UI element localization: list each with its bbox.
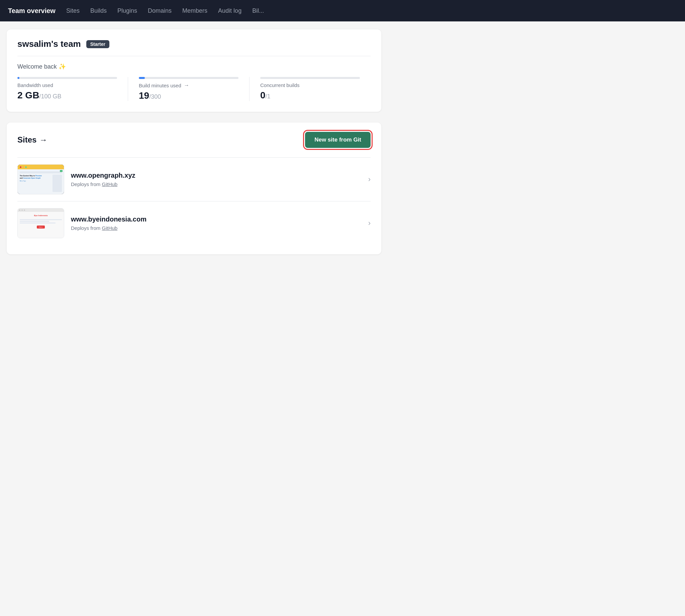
build-minutes-label: Build minutes used → <box>139 82 238 88</box>
build-minutes-arrow: → <box>184 82 189 88</box>
new-site-from-git-button[interactable]: New site from Git <box>305 132 371 148</box>
site-info-opengraph: www.opengraph.xyz Deploys from GitHub <box>71 172 362 187</box>
sites-section: Sites → New site from Git <box>7 123 381 254</box>
bandwidth-bar-fill <box>17 77 19 79</box>
team-name: swsalim's team <box>17 39 81 49</box>
build-minutes-bar-track <box>139 77 238 79</box>
site-name-opengraph: www.opengraph.xyz <box>71 172 362 179</box>
bandwidth-bar-track <box>17 77 117 79</box>
stat-concurrent-builds: Concurrent builds 0/1 <box>260 77 371 101</box>
welcome-message: Welcome back ✨ <box>17 63 371 70</box>
nav-plugins[interactable]: Plugins <box>117 5 137 17</box>
site-deploy-opengraph: Deploys from GitHub <box>71 181 362 187</box>
concurrent-builds-value: 0/1 <box>260 90 360 101</box>
stat-bandwidth: Bandwidth used 2 GB/100 GB <box>17 77 128 101</box>
nav-audit-log[interactable]: Audit log <box>218 5 242 17</box>
bandwidth-label: Bandwidth used <box>17 82 117 88</box>
navbar: Team overview Sites Builds Plugins Domai… <box>0 0 685 21</box>
nav-sites[interactable]: Sites <box>66 5 79 17</box>
site-chevron-opengraph: › <box>368 175 371 184</box>
build-minutes-bar-fill <box>139 77 145 79</box>
site-item-opengraph[interactable]: The Easiest Way to Previewand Generate O… <box>17 157 371 201</box>
nav-domains[interactable]: Domains <box>148 5 172 17</box>
site-deploy-source-opengraph[interactable]: GitHub <box>102 181 118 187</box>
nav-team-overview[interactable]: Team overview <box>8 4 55 17</box>
site-item-byeindonesia[interactable]: Bye Indonesia Button www.byeindonesia.co… <box>17 201 371 245</box>
stat-build-minutes: Build minutes used → 19/300 <box>139 77 250 101</box>
site-thumbnail-byeindonesia: Bye Indonesia Button <box>17 208 64 238</box>
sites-title-arrow: → <box>39 135 47 145</box>
site-thumbnail-opengraph: The Easiest Way to Previewand Generate O… <box>17 164 64 194</box>
main-content: swsalim's team Starter Welcome back ✨ Ba… <box>0 21 388 262</box>
nav-billing[interactable]: Bil... <box>252 5 264 17</box>
team-card: swsalim's team Starter Welcome back ✨ Ba… <box>7 29 381 112</box>
site-deploy-byeindonesia: Deploys from GitHub <box>71 225 362 231</box>
site-name-byeindonesia: www.byeindonesia.com <box>71 216 362 223</box>
concurrent-builds-bar-track <box>260 77 360 79</box>
sites-title[interactable]: Sites → <box>17 135 47 145</box>
team-header: swsalim's team Starter <box>17 39 371 56</box>
stats-row: Bandwidth used 2 GB/100 GB Build minutes… <box>17 77 371 101</box>
concurrent-builds-label: Concurrent builds <box>260 82 360 88</box>
site-info-byeindonesia: www.byeindonesia.com Deploys from GitHub <box>71 216 362 231</box>
site-deploy-source-byeindonesia[interactable]: GitHub <box>102 225 118 231</box>
nav-builds[interactable]: Builds <box>90 5 107 17</box>
sites-header: Sites → New site from Git <box>17 132 371 148</box>
bandwidth-value: 2 GB/100 GB <box>17 90 117 101</box>
nav-members[interactable]: Members <box>182 5 207 17</box>
build-minutes-value: 19/300 <box>139 90 238 101</box>
site-chevron-byeindonesia: › <box>368 219 371 227</box>
plan-badge: Starter <box>86 40 109 48</box>
